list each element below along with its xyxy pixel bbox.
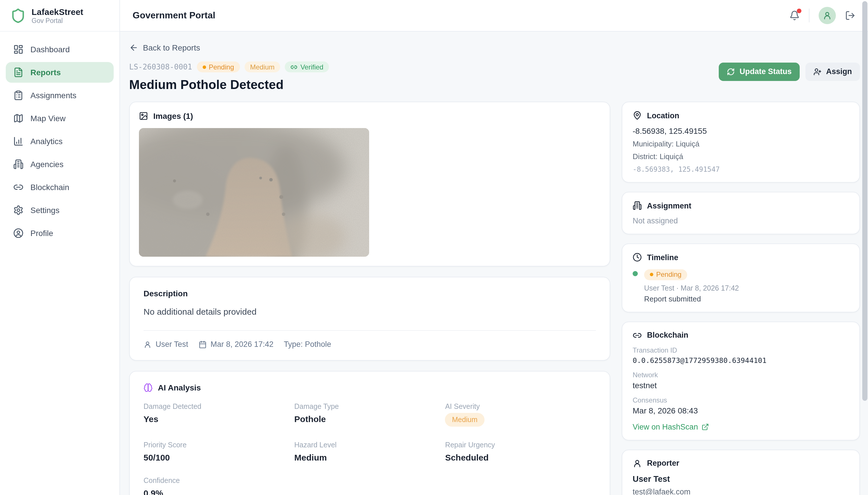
timeline-entry-note: Report submitted: [644, 294, 739, 303]
tx-id-label: Transaction ID: [632, 346, 849, 354]
portal-title: Government Portal: [133, 10, 215, 21]
timeline-entry: Pending User Test · Mar 8, 2026 17:42 Re…: [632, 268, 849, 303]
avatar[interactable]: [819, 7, 836, 24]
sidebar-item-reports[interactable]: Reports: [6, 62, 114, 83]
map-pin-icon: [632, 111, 642, 120]
bar-chart-icon: [13, 136, 23, 147]
sidebar: LafaekStreet Gov Portal Dashboard Report…: [0, 0, 120, 495]
user-icon: [632, 459, 642, 468]
chain-link-icon: [291, 64, 298, 70]
assignment-card: Assignment Not assigned: [622, 192, 860, 234]
clipboard-list-icon: [13, 90, 23, 101]
sidebar-item-profile[interactable]: Profile: [6, 223, 114, 243]
sidebar-item-label: Settings: [31, 206, 59, 215]
network-label: Network: [632, 371, 849, 379]
reporter-card: Reporter User Test test@lafaek.com 5 rep…: [622, 449, 860, 495]
sidebar-item-blockchain[interactable]: Blockchain: [6, 177, 114, 198]
ai-field: Repair Urgency Scheduled: [445, 441, 596, 462]
meta-type: Type: Pothole: [284, 340, 331, 348]
ai-field: Hazard Level Medium: [294, 441, 445, 462]
ai-analysis-card: AI Analysis Damage Detected Yes Damage T…: [129, 371, 610, 495]
reporter-email: test@lafaek.com: [632, 487, 849, 495]
reporter-title: Reporter: [647, 459, 679, 467]
dashboard-icon: [13, 44, 23, 54]
sidebar-item-label: Agencies: [31, 160, 64, 169]
hashscan-link[interactable]: View on HashScan: [632, 422, 709, 431]
shield-logo-icon: [10, 8, 26, 23]
notification-badge: [797, 8, 801, 13]
tx-id-value: 0.0.6255873@1772959380.63944101: [632, 356, 849, 364]
sidebar-item-label: Blockchain: [31, 183, 69, 192]
sidebar-item-label: Reports: [31, 68, 61, 77]
ai-field: Priority Score 50/100: [143, 441, 294, 462]
logout-button[interactable]: [845, 10, 855, 21]
brand-name: LafaekStreet: [32, 7, 83, 17]
building-icon: [632, 201, 642, 210]
severity-badge: Medium: [244, 62, 280, 72]
notifications-button[interactable]: [789, 10, 800, 21]
reporter-name: User Test: [632, 474, 849, 483]
sidebar-item-label: Map View: [31, 114, 66, 123]
map-icon: [13, 113, 23, 123]
sidebar-item-assignments[interactable]: Assignments: [6, 85, 114, 106]
sidebar-item-label: Analytics: [31, 137, 63, 146]
sidebar-item-settings[interactable]: Settings: [6, 200, 114, 221]
update-status-button[interactable]: Update Status: [719, 63, 800, 81]
ai-field: Damage Type Pothole: [294, 403, 445, 427]
location-coords-precise: -8.569383, 125.491547: [632, 165, 849, 173]
timeline-card: Timeline Pending User Test · Mar 8, 2026…: [622, 243, 860, 312]
sidebar-item-dashboard[interactable]: Dashboard: [6, 39, 114, 60]
location-municipality: Municipality: Liquiçá: [632, 139, 849, 148]
sidebar-nav: Dashboard Reports Assignments Map View A…: [0, 32, 119, 251]
brain-icon: [143, 383, 153, 392]
meta-reporter: User Test: [156, 340, 188, 348]
user-icon: [143, 340, 152, 348]
app-root: LafaekStreet Gov Portal Dashboard Report…: [0, 0, 868, 495]
location-title: Location: [647, 111, 679, 120]
ai-field: Confidence 0.9%: [143, 477, 294, 495]
location-coords: -8.56938, 125.49155: [632, 126, 849, 136]
status-dot: [202, 65, 206, 69]
ai-fields-grid: Damage Detected Yes Damage Type Pothole …: [143, 403, 596, 495]
brand-subtitle: Gov Portal: [32, 17, 83, 24]
building-icon: [13, 159, 23, 169]
meta-datetime: Mar 8, 2026 17:42: [211, 340, 274, 348]
clock-icon: [632, 253, 642, 262]
divider: [809, 8, 810, 22]
assign-button[interactable]: Assign: [805, 63, 860, 81]
consensus-value: Mar 8, 2026 08:43: [632, 406, 849, 415]
timeline-dot: [632, 271, 638, 276]
user-circle-icon: [13, 228, 23, 238]
calendar-icon: [198, 340, 207, 348]
ai-field: Damage Detected Yes: [143, 403, 294, 427]
side-column: Location -8.56938, 125.49155 Municipalit…: [622, 102, 860, 495]
top-bar: Government Portal: [120, 0, 868, 32]
sidebar-item-agencies[interactable]: Agencies: [6, 154, 114, 174]
ai-card-title: AI Analysis: [158, 383, 201, 392]
pothole-photo: [139, 128, 369, 257]
page-header: LS-260308-0001 Pending Medium Verified M…: [129, 62, 860, 92]
consensus-label: Consensus: [632, 396, 849, 404]
back-to-reports-link[interactable]: Back to Reports: [129, 43, 200, 52]
scrollbar[interactable]: [862, 1, 867, 401]
arrow-left-icon: [129, 43, 138, 52]
images-card-title: Images (1): [153, 112, 193, 121]
logout-icon: [845, 10, 855, 21]
brand: LafaekStreet Gov Portal: [0, 0, 119, 32]
description-body: No additional details provided: [143, 307, 596, 317]
timeline-title: Timeline: [647, 253, 678, 261]
timeline-status-badge: Pending: [644, 269, 687, 280]
sidebar-item-map-view[interactable]: Map View: [6, 108, 114, 129]
images-card: Images (1): [129, 102, 610, 267]
network-value: testnet: [632, 380, 849, 390]
location-card: Location -8.56938, 125.49155 Municipalit…: [622, 102, 860, 183]
sidebar-item-analytics[interactable]: Analytics: [6, 131, 114, 152]
user-plus-icon: [814, 68, 821, 76]
page-title: Medium Pothole Detected: [129, 78, 329, 92]
blockchain-title: Blockchain: [647, 331, 688, 339]
divider: [143, 330, 596, 331]
report-photo[interactable]: [139, 128, 369, 257]
sidebar-item-label: Dashboard: [31, 45, 70, 54]
gear-icon: [13, 205, 23, 215]
user-icon: [823, 11, 832, 20]
